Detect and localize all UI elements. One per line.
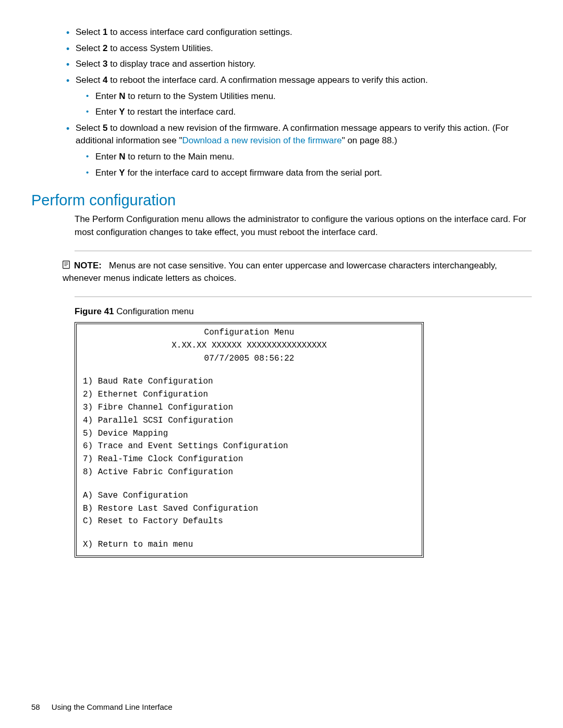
section-heading: Perform configuration (31, 192, 532, 209)
list-item: Enter Y to restart the interface card. (95, 106, 532, 119)
bullet-list-sub: Enter N to return to the Main menu. Ente… (76, 151, 532, 179)
list-item: Select 3 to display trace and assertion … (76, 58, 532, 71)
bullet-list-sub: Enter N to return to the System Utilitie… (76, 90, 532, 119)
divider (75, 251, 532, 251)
list-item: Enter N to return to the System Utilitie… (95, 90, 532, 103)
menu-item: 4) Parallel SCSI Configuration (83, 414, 415, 427)
menu-item: 2) Ethernet Configuration (83, 388, 415, 401)
keyword: Y (119, 168, 125, 178)
divider (75, 297, 532, 297)
bullet-list-main: Select 1 to access interface card config… (31, 26, 532, 179)
menu-item: X) Return to main menu (83, 538, 415, 551)
menu-item: 6) Trace and Event Settings Configuratio… (83, 440, 415, 453)
page-footer: 58 Using the Command Line Interface (31, 702, 173, 711)
text: Enter (95, 107, 119, 117)
text: Select (76, 75, 103, 85)
list-item: Enter Y for the interface card to accept… (95, 167, 532, 180)
text: Enter (95, 91, 119, 101)
text: to access System Utilities. (107, 43, 213, 53)
menu-item: 5) Device Mapping (83, 427, 415, 440)
menu-item: 3) Fibre Channel Configuration (83, 401, 415, 414)
text: Select (76, 43, 103, 53)
menu-item: A) Save Configuration (83, 489, 415, 502)
text: Select (76, 123, 103, 133)
list-item: Select 2 to access System Utilities. (76, 42, 532, 55)
note-icon (62, 260, 71, 269)
text: Select (76, 27, 103, 37)
list-item: Select 1 to access interface card config… (76, 26, 532, 39)
text: Select (76, 59, 103, 69)
menu-item: B) Restore Last Saved Configuration (83, 502, 415, 515)
text: to return to the Main menu. (126, 152, 235, 162)
text: Enter (95, 152, 119, 162)
menu-timestamp: 07/7/2005 08:56:22 (83, 352, 415, 365)
figure-title: Configuration menu (114, 306, 194, 316)
figure-caption: Figure 41 Configuration menu (75, 306, 532, 317)
keyword: N (119, 152, 125, 162)
list-item: Enter N to return to the Main menu. (95, 151, 532, 164)
keyword: N (119, 91, 125, 101)
note-text: Menus are not case sensitive. You can en… (63, 261, 499, 283)
text: to restart the interface card. (125, 107, 236, 117)
text: Enter (95, 168, 119, 178)
menu-version: X.XX.XX XXXXXX XXXXXXXXXXXXXXXX (83, 339, 415, 352)
page-number: 58 (31, 702, 40, 711)
configuration-menu-box: Configuration Menu X.XX.XX XXXXXX XXXXXX… (75, 322, 424, 558)
menu-item: 8) Active Fabric Configuration (83, 466, 415, 479)
text: " on page 88.) (342, 135, 397, 145)
menu-block-2: A) Save Configuration B) Restore Last Sa… (83, 489, 415, 528)
svg-rect-0 (63, 261, 70, 268)
menu-item: C) Reset to Factory Defaults (83, 515, 415, 528)
text: to display trace and assertion history. (107, 59, 255, 69)
section-body: The Perform Configuration menu allows th… (75, 213, 532, 239)
list-item: Select 5 to download a new revision of t… (76, 122, 532, 180)
menu-item: 1) Baud Rate Configuration (83, 375, 415, 388)
text: to reboot the interface card. A confirma… (107, 75, 427, 85)
figure-label: Figure 41 (75, 306, 114, 316)
text: for the interface card to accept firmwar… (125, 168, 382, 178)
text: to return to the System Utilities menu. (126, 91, 276, 101)
menu-title: Configuration Menu (83, 326, 415, 339)
menu-block-1: 1) Baud Rate Configuration 2) Ethernet C… (83, 375, 415, 478)
menu-block-3: X) Return to main menu (83, 538, 415, 551)
text: to access interface card configuration s… (107, 27, 292, 37)
note-block: NOTE: Menus are not case sensitive. You … (63, 260, 532, 285)
chapter-title: Using the Command Line Interface (52, 702, 173, 711)
keyword: Y (119, 107, 125, 117)
menu-item: 7) Real-Time Clock Configuration (83, 453, 415, 466)
list-item: Select 4 to reboot the interface card. A… (76, 74, 532, 119)
xref-link[interactable]: Download a new revision of the firmware (182, 135, 342, 145)
